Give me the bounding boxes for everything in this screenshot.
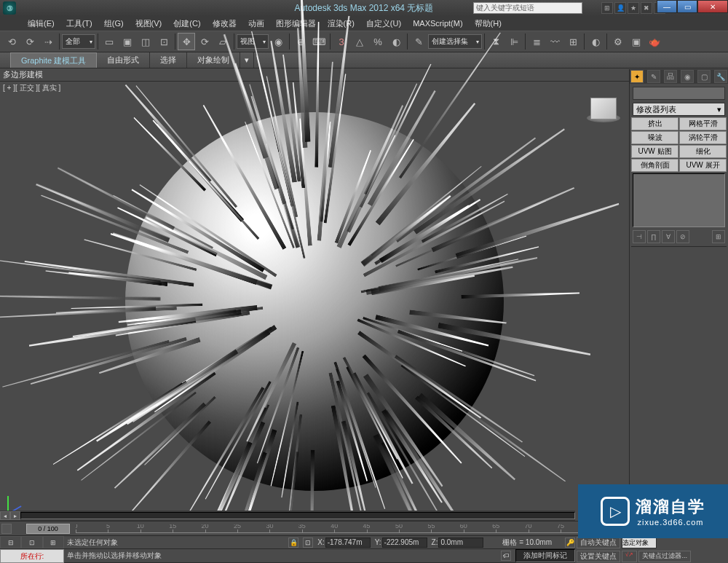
menu-animation[interactable]: 动画 bbox=[242, 16, 270, 31]
link-icon[interactable]: ⇢ bbox=[39, 33, 57, 50]
object-name-field[interactable] bbox=[633, 87, 725, 100]
time-slider-handle[interactable]: 0 / 100 bbox=[26, 524, 70, 534]
script-line-indicator: 所在行: bbox=[0, 549, 64, 563]
signin-icon[interactable]: 👤 bbox=[614, 2, 626, 14]
redo-icon[interactable]: ⟳ bbox=[21, 33, 39, 50]
selection-status: 未选定任何对象 bbox=[67, 538, 118, 548]
configure-sets-icon[interactable]: ⊞ bbox=[712, 230, 725, 243]
angle-snap-icon[interactable]: △ bbox=[351, 33, 368, 50]
menu-edit[interactable]: 编辑(E) bbox=[22, 16, 60, 31]
key-btn-2[interactable]: ⊡ bbox=[21, 536, 42, 548]
modifier-stack[interactable] bbox=[633, 173, 725, 227]
add-time-tag[interactable]: 添加时间标记 bbox=[515, 549, 575, 562]
track-prev-icon[interactable]: ◂ bbox=[0, 511, 10, 520]
favorites-icon[interactable]: ★ bbox=[628, 2, 639, 14]
track-next-icon[interactable]: ▸ bbox=[10, 511, 20, 520]
edit-selection-set-icon[interactable]: ✎ bbox=[410, 33, 427, 50]
modify-tab-icon[interactable]: ✎ bbox=[647, 70, 660, 83]
infocenter-icon[interactable]: ⊞ bbox=[601, 2, 613, 14]
menu-graph-editors[interactable]: 图形编辑器 bbox=[270, 16, 322, 31]
menu-group[interactable]: 组(G) bbox=[98, 16, 130, 31]
spinner-snap-icon[interactable]: ◐ bbox=[387, 33, 405, 50]
coord-y-input[interactable] bbox=[382, 538, 427, 548]
align-icon[interactable]: ⊫ bbox=[505, 33, 523, 50]
rotate-icon[interactable]: ⟳ bbox=[196, 33, 213, 50]
track-bar[interactable] bbox=[20, 512, 575, 519]
display-tab-icon[interactable]: ▢ bbox=[697, 70, 711, 83]
material-editor-icon[interactable]: ◐ bbox=[587, 33, 604, 50]
status-right-panel: 自动关键点 设置关键点 √↗ 关键点过滤器... bbox=[575, 536, 728, 563]
curve-editor-icon[interactable]: 〰 bbox=[546, 33, 563, 50]
make-unique-icon[interactable]: ∀ bbox=[662, 230, 675, 243]
motion-tab-icon[interactable]: ◉ bbox=[681, 70, 694, 83]
set-key-button[interactable]: 设置关键点 bbox=[577, 551, 620, 562]
time-slider-min-icon[interactable] bbox=[1, 524, 12, 534]
mod-bevel-profile[interactable]: 倒角剖面 bbox=[631, 159, 678, 172]
menu-tools[interactable]: 工具(T) bbox=[60, 16, 98, 31]
selection-filter-dropdown[interactable]: 全部 bbox=[62, 34, 95, 49]
mod-meshsmooth[interactable]: 网格平滑 bbox=[679, 117, 727, 130]
main-toolbar: ⟲ ⟳ ⇢ 全部 ▭ ▣ ◫ ⊡ ✥ ⟳ ▱ 视图 ◉ ⊕ ⌨ 3 △ % ◐ … bbox=[0, 31, 728, 52]
minimize-button[interactable]: — bbox=[657, 0, 677, 13]
close-button[interactable]: ✕ bbox=[697, 0, 728, 13]
menu-views[interactable]: 视图(V) bbox=[130, 16, 168, 31]
layer-manager-icon[interactable]: ≣ bbox=[528, 33, 545, 50]
mod-turbosmooth[interactable]: 涡轮平滑 bbox=[679, 131, 727, 144]
mod-extrude[interactable]: 挤出 bbox=[631, 117, 678, 130]
viewcube[interactable] bbox=[587, 95, 620, 128]
hierarchy-tab-icon[interactable]: 品 bbox=[664, 70, 677, 83]
app-icon[interactable]: ③ bbox=[3, 1, 16, 15]
window-crossing-icon[interactable]: ⊡ bbox=[155, 33, 173, 50]
viewport[interactable]: [ + ][ 正交 ][ 真实 ] bbox=[0, 82, 629, 521]
ribbon-tab-selection[interactable]: 选择 bbox=[150, 52, 187, 68]
mod-tessellate[interactable]: 细化 bbox=[679, 145, 727, 158]
select-name-icon[interactable]: ▣ bbox=[119, 33, 136, 50]
create-tab-icon[interactable]: ✦ bbox=[630, 70, 644, 83]
menu-help[interactable]: 帮助(H) bbox=[469, 16, 507, 31]
menu-customize[interactable]: 自定义(U) bbox=[360, 16, 407, 31]
menu-rendering[interactable]: 渲染(R) bbox=[322, 16, 360, 31]
help-search-input[interactable]: 键入关键字或短语 bbox=[473, 2, 582, 14]
lock-selection-icon[interactable]: 🔒 bbox=[288, 538, 298, 548]
maximize-button[interactable]: ▭ bbox=[677, 0, 697, 13]
render-frame-icon[interactable]: ▣ bbox=[628, 33, 645, 50]
key-mode-icon[interactable]: ⊟ bbox=[0, 536, 21, 548]
coord-x-input[interactable] bbox=[325, 538, 371, 548]
render-setup-icon[interactable]: ⚙ bbox=[609, 33, 627, 50]
mod-noise[interactable]: 噪波 bbox=[631, 131, 678, 144]
schematic-view-icon[interactable]: ⊞ bbox=[564, 33, 582, 50]
show-end-result-icon[interactable]: ∏ bbox=[647, 230, 660, 243]
prompt-hint: 单击并拖动以选择并移动对象 bbox=[67, 551, 162, 561]
mod-uvw-unwrap[interactable]: UVW 展开 bbox=[679, 159, 727, 172]
modifier-list-dropdown[interactable]: 修改器列表▾ bbox=[633, 103, 725, 116]
time-tag-icon[interactable]: 🏷 bbox=[501, 551, 511, 561]
exchange-icon[interactable]: ✖ bbox=[641, 2, 652, 14]
key-toggle-icon[interactable]: 🔑 bbox=[565, 538, 575, 548]
ribbon-tab-freeform[interactable]: 自由形式 bbox=[97, 52, 150, 68]
remove-modifier-icon[interactable]: ⊘ bbox=[676, 230, 689, 243]
menu-maxscript[interactable]: MAXScript(M) bbox=[407, 16, 468, 31]
render-icon[interactable]: 🫖 bbox=[646, 33, 663, 50]
select-region-icon[interactable]: ◫ bbox=[137, 33, 154, 50]
menu-create[interactable]: 创建(C) bbox=[167, 16, 206, 31]
isolate-icon[interactable]: ⊡ bbox=[303, 538, 313, 548]
utilities-tab-icon[interactable]: 🔧 bbox=[714, 70, 727, 83]
viewport-label[interactable]: [ + ][ 正交 ][ 真实 ] bbox=[3, 83, 60, 93]
mod-uvwmap[interactable]: UVW 贴图 bbox=[631, 145, 678, 158]
key-filters-button[interactable]: 关键点过滤器... bbox=[638, 551, 691, 562]
move-icon[interactable]: ✥ bbox=[178, 33, 195, 50]
menu-modifiers[interactable]: 修改器 bbox=[207, 16, 242, 31]
undo-icon[interactable]: ⟲ bbox=[3, 33, 20, 50]
auto-key-button[interactable]: 自动关键点 bbox=[577, 537, 620, 548]
key-btn-3[interactable]: ⊞ bbox=[43, 536, 64, 548]
ribbon-tab-graphite[interactable]: Graphite 建模工具 bbox=[10, 52, 97, 68]
key-target-field[interactable] bbox=[622, 538, 657, 548]
coord-z-input[interactable] bbox=[438, 538, 483, 548]
ribbon-minimize-icon[interactable]: ▾ bbox=[240, 52, 254, 68]
select-icon[interactable]: ▭ bbox=[100, 33, 118, 50]
pin-stack-icon[interactable]: ⊣ bbox=[633, 230, 646, 243]
manipulate-icon[interactable]: ⊕ bbox=[292, 33, 309, 50]
named-selection-dropdown[interactable]: 创建选择集 bbox=[428, 34, 482, 49]
modifier-buttons-grid: 挤出 网格平滑 噪波 涡轮平滑 UVW 贴图 细化 倒角剖面 UVW 展开 bbox=[631, 117, 727, 172]
percent-snap-icon[interactable]: % bbox=[369, 33, 387, 50]
